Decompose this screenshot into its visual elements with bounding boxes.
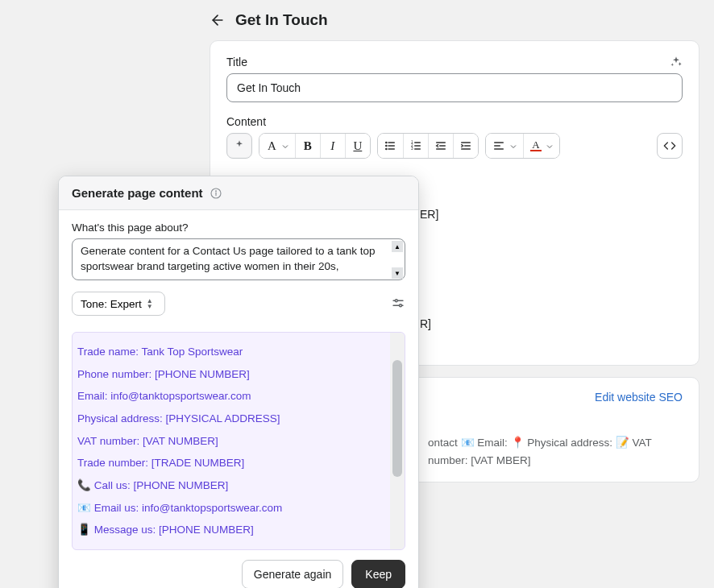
paragraph-style-button[interactable]: A [259, 134, 295, 158]
indent-button[interactable] [453, 134, 478, 158]
title-input[interactable] [226, 73, 683, 102]
content-fragment: ER] [420, 205, 438, 225]
svg-point-28 [400, 304, 402, 307]
svg-point-26 [395, 300, 397, 302]
scrollbar-thumb[interactable] [392, 360, 402, 477]
generated-line: Trade number: [TRADE NUMBER] [77, 452, 387, 474]
prompt-textarea[interactable] [72, 238, 405, 280]
generated-output: Trade name: Tank Top Sportswear Phone nu… [72, 332, 405, 550]
modal-title: Generate page content [72, 186, 203, 200]
align-button[interactable] [486, 134, 523, 158]
title-field-label: Title [226, 56, 247, 68]
tone-label: Tone: Expert [81, 298, 142, 310]
back-arrow-icon[interactable] [210, 12, 226, 28]
outdent-button[interactable] [428, 134, 453, 158]
prompt-label: What's this page about? [72, 222, 405, 234]
svg-text:3: 3 [411, 147, 413, 151]
textarea-scroll-down[interactable]: ▼ [392, 267, 403, 279]
page-title: Get In Touch [235, 11, 328, 29]
generated-line: 📱 Message us: [PHONE NUMBER] [77, 519, 387, 541]
content-field-label: Content [226, 115, 266, 128]
generated-line: VAT number: [VAT NUMBER] [77, 430, 387, 453]
keep-button[interactable]: Keep [351, 560, 405, 588]
generated-line: 📞 Call us: [PHONE NUMBER] [77, 474, 387, 497]
textarea-scroll-up[interactable]: ▲ [392, 241, 403, 252]
settings-sliders-icon[interactable] [391, 296, 405, 311]
sort-chevrons-icon: ▲▼ [147, 298, 156, 309]
generate-content-modal: Generate page content What's this page a… [58, 176, 419, 588]
generated-line: 📧 Email us: info@tanktopsportswear.com [77, 497, 387, 520]
content-fragment: R] [420, 315, 431, 334]
generated-line: Phone number: [PHONE NUMBER] [77, 363, 387, 386]
bulleted-list-button[interactable] [378, 134, 403, 158]
tone-select[interactable]: Tone: Expert ▲▼ [72, 292, 165, 316]
bold-button[interactable]: B [295, 134, 320, 158]
sparkle-icon[interactable] [670, 56, 683, 68]
generated-line: Email: info@tanktopsportswear.com [77, 385, 387, 408]
generate-again-button[interactable]: Generate again [242, 560, 344, 588]
numbered-list-button[interactable]: 123 [403, 134, 428, 158]
italic-button[interactable]: I [320, 134, 345, 158]
generated-scrollbar[interactable] [390, 333, 405, 549]
svg-point-4 [386, 142, 387, 143]
svg-point-5 [386, 145, 387, 146]
generated-line: Physical address: [PHYSICAL ADDRESS] [77, 408, 387, 430]
text-color-button[interactable]: A [523, 134, 559, 158]
svg-point-24 [215, 190, 216, 191]
html-code-button[interactable] [657, 133, 683, 159]
generated-line: Trade name: Tank Top Sportswear [77, 341, 387, 363]
info-icon[interactable] [210, 187, 222, 200]
rte-sparkle-button[interactable] [226, 133, 252, 159]
edit-seo-link[interactable]: Edit website SEO [595, 391, 683, 404]
underline-button[interactable]: U [345, 134, 370, 158]
rte-toolbar: A B I U 123 [226, 133, 683, 159]
svg-point-6 [386, 148, 387, 149]
